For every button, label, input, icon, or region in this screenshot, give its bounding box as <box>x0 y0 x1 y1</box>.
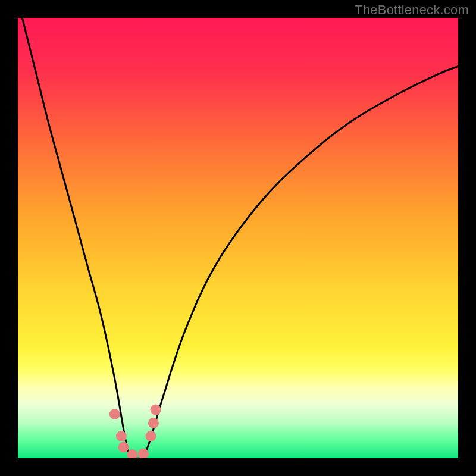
curve-marker <box>118 442 129 453</box>
curve-layer <box>18 18 458 458</box>
curve-marker <box>145 431 156 441</box>
bottleneck-curve <box>22 18 458 458</box>
curve-marker <box>151 405 161 415</box>
curve-marker <box>148 418 159 428</box>
plot-area <box>18 18 458 458</box>
curve-marker <box>116 431 127 441</box>
watermark-text: TheBottleneck.com <box>355 2 469 18</box>
chart-frame: TheBottleneck.com <box>0 0 476 476</box>
curve-marker <box>109 409 120 419</box>
